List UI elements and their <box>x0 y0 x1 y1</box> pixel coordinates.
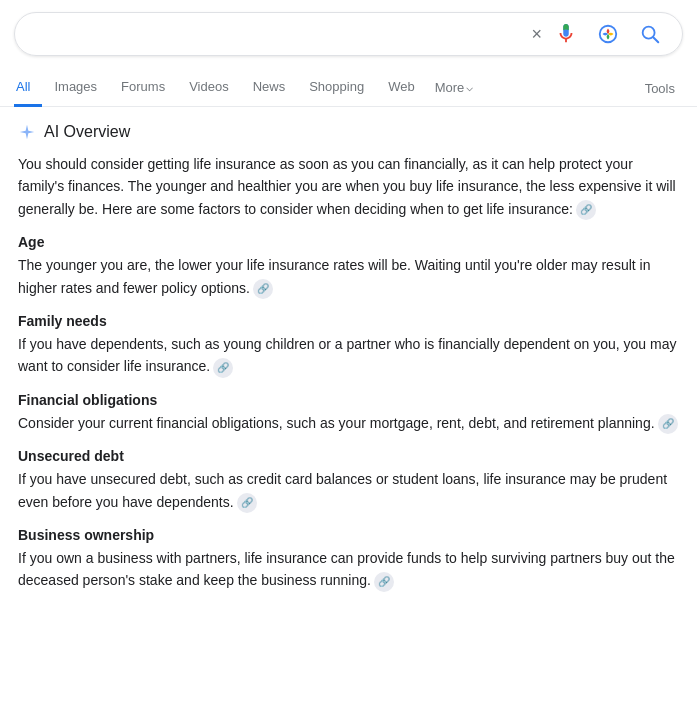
ai-section-debt: Unsecured debt If you have unsecured deb… <box>18 448 679 513</box>
svg-line-2 <box>653 37 658 42</box>
tab-all[interactable]: All <box>14 69 42 107</box>
business-link-icon[interactable]: 🔗 <box>374 572 394 592</box>
section-body-family: If you have dependents, such as young ch… <box>18 333 679 378</box>
tab-shopping[interactable]: Shopping <box>297 69 376 107</box>
ai-overview-title: AI Overview <box>44 123 130 141</box>
chevron-down-icon: ⌵ <box>466 80 473 94</box>
mic-icon <box>555 23 577 45</box>
search-button[interactable] <box>634 18 666 50</box>
tab-videos[interactable]: Videos <box>177 69 241 107</box>
ai-section-age: Age The younger you are, the lower your … <box>18 234 679 299</box>
section-title-debt: Unsecured debt <box>18 448 679 464</box>
tab-forums[interactable]: Forums <box>109 69 177 107</box>
ai-overview-header: AI Overview <box>18 123 679 141</box>
section-body-financial: Consider your current financial obligati… <box>18 412 679 434</box>
ai-overview-intro: You should consider getting life insuran… <box>18 153 679 220</box>
search-icon <box>639 23 661 45</box>
search-icons <box>550 18 666 50</box>
nav-tabs: All Images Forums Videos News Shopping W… <box>0 68 697 107</box>
search-input[interactable]: when should I get life insurance <box>31 25 527 43</box>
intro-link-icon[interactable]: 🔗 <box>576 200 596 220</box>
ai-overview-section: AI Overview You should consider getting … <box>0 107 697 602</box>
section-body-age: The younger you are, the lower your life… <box>18 254 679 299</box>
ai-section-financial: Financial obligations Consider your curr… <box>18 392 679 434</box>
more-menu[interactable]: More ⌵ <box>427 70 482 105</box>
search-bar: when should I get life insurance × <box>14 12 683 56</box>
section-title-business: Business ownership <box>18 527 679 543</box>
tab-images[interactable]: Images <box>42 69 109 107</box>
ai-section-family: Family needs If you have dependents, suc… <box>18 313 679 378</box>
ai-sparkle-icon <box>18 123 36 141</box>
lens-icon <box>597 23 619 45</box>
ai-section-business: Business ownership If you own a business… <box>18 527 679 592</box>
family-link-icon[interactable]: 🔗 <box>213 358 233 378</box>
clear-button[interactable]: × <box>527 24 546 45</box>
search-bar-container: when should I get life insurance × <box>0 0 697 68</box>
section-title-financial: Financial obligations <box>18 392 679 408</box>
debt-link-icon[interactable]: 🔗 <box>237 493 257 513</box>
tab-news[interactable]: News <box>241 69 298 107</box>
section-title-age: Age <box>18 234 679 250</box>
tab-web[interactable]: Web <box>376 69 427 107</box>
more-label: More <box>435 80 465 95</box>
age-link-icon[interactable]: 🔗 <box>253 279 273 299</box>
section-body-business: If you own a business with partners, lif… <box>18 547 679 592</box>
lens-button[interactable] <box>592 18 624 50</box>
tools-button[interactable]: Tools <box>637 71 683 106</box>
section-body-debt: If you have unsecured debt, such as cred… <box>18 468 679 513</box>
mic-button[interactable] <box>550 18 582 50</box>
section-title-family: Family needs <box>18 313 679 329</box>
financial-link-icon[interactable]: 🔗 <box>658 414 678 434</box>
